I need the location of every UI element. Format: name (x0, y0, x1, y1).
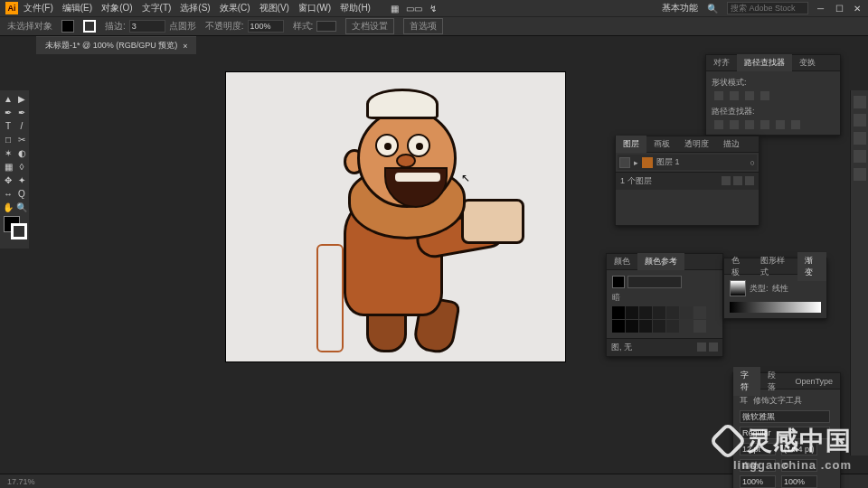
width-tool[interactable]: ▦ (2, 160, 14, 173)
tab-layers[interactable]: 图层 (616, 136, 646, 153)
minus-front-button[interactable] (730, 91, 739, 100)
rotate-tool[interactable]: ✶ (2, 146, 14, 159)
dock-icon[interactable] (854, 96, 866, 108)
menu-effect[interactable]: 效果(C) (220, 2, 250, 14)
merge-button[interactable] (745, 120, 754, 129)
fill-stroke-control[interactable] (2, 214, 28, 247)
base-color-swatch[interactable] (612, 276, 625, 288)
gradient-type-value[interactable]: 线性 (772, 283, 788, 295)
opacity-input[interactable] (248, 20, 284, 33)
visibility-toggle-icon[interactable] (619, 157, 630, 168)
symbol-sprayer-tool[interactable]: Q (15, 187, 28, 200)
pathfinder-panel[interactable]: 对齐 路径查找器 变换 形状模式: 路径查找器: (705, 54, 841, 136)
vertical-scale-input[interactable] (740, 475, 776, 488)
menu-file[interactable]: 文件(F) (24, 2, 53, 14)
preferences-button[interactable]: 首选项 (403, 18, 443, 34)
tab-color[interactable]: 颜色 (607, 253, 637, 270)
new-sublayer-icon[interactable] (733, 176, 742, 185)
menu-select[interactable]: 选择(S) (180, 2, 210, 14)
trim-button[interactable] (730, 120, 739, 129)
bridge-icon[interactable]: ▦ (391, 4, 399, 14)
sync-icon[interactable]: ↯ (429, 4, 437, 14)
tab-transparency[interactable]: 透明度 (677, 136, 716, 153)
window-minimize-button[interactable]: ─ (817, 4, 826, 13)
menu-edit[interactable]: 编辑(E) (62, 2, 92, 14)
zoom-tool[interactable]: 🔍 (15, 201, 28, 213)
dock-icon[interactable] (854, 168, 866, 181)
workspace-switcher[interactable]: 基本功能 (662, 2, 698, 14)
document-setup-button[interactable]: 文档设置 (345, 18, 394, 34)
tab-opentype[interactable]: OpenType (788, 374, 840, 389)
selection-tool[interactable]: ▲ (2, 92, 14, 105)
unite-button[interactable] (714, 91, 723, 100)
tab-character[interactable]: 字符 (733, 367, 760, 396)
stroke-swatch[interactable] (83, 20, 96, 33)
menu-window[interactable]: 窗口(W) (298, 2, 331, 14)
stroke-weight-input[interactable] (129, 20, 165, 33)
arrange-icon[interactable]: ▭▭ (406, 4, 422, 14)
exclude-button[interactable] (760, 91, 769, 100)
rectangle-tool[interactable]: □ (2, 133, 14, 145)
artboard[interactable] (226, 72, 565, 361)
tab-swatches[interactable]: 色板 (724, 252, 753, 281)
window-close-button[interactable]: ✕ (854, 4, 863, 13)
direct-selection-tool[interactable]: ▶ (15, 92, 28, 105)
tab-pathfinder[interactable]: 路径查找器 (737, 54, 792, 71)
horizontal-scale-input[interactable] (781, 475, 817, 488)
tab-paragraph[interactable]: 段落 (760, 367, 788, 396)
pen-tool[interactable]: ✒ (2, 106, 14, 118)
tab-color-guide[interactable]: 颜色参考 (637, 253, 684, 270)
font-family-input[interactable] (740, 410, 830, 423)
dock-icon[interactable] (854, 114, 866, 127)
type-tool[interactable]: T (2, 119, 14, 132)
tab-artboards[interactable]: 画板 (646, 136, 677, 153)
hand-tool[interactable]: ✋ (2, 201, 14, 213)
menu-object[interactable]: 对象(O) (101, 2, 132, 14)
expand-arrow-icon[interactable]: ▸ (634, 158, 638, 167)
divide-button[interactable] (714, 120, 723, 129)
delete-layer-icon[interactable] (745, 176, 754, 185)
scissors-tool[interactable]: ✂ (15, 133, 28, 145)
dock-icon[interactable] (854, 132, 866, 145)
new-layer-icon[interactable] (722, 176, 731, 185)
layer-name[interactable]: 图层 1 (656, 156, 680, 168)
color-panel[interactable]: 颜色 颜色参考 暗 图, 无 (606, 253, 723, 357)
tab-transform[interactable]: 变换 (792, 54, 823, 71)
gradient-slider[interactable] (730, 302, 821, 313)
gradient-panel[interactable]: 色板 图形样式 渐变 类型: 线性 (723, 258, 827, 319)
menu-type[interactable]: 文字(T) (142, 2, 172, 14)
graphic-style-dropdown[interactable] (316, 21, 336, 32)
tab-gradient[interactable]: 渐变 (797, 252, 826, 281)
stock-search-input[interactable] (727, 2, 808, 14)
document-tab[interactable]: 未标题-1* @ 100% (RGB/GPU 预览) × (36, 36, 196, 54)
zoom-level[interactable]: 17.71% (7, 477, 35, 486)
gradient-tool[interactable]: ✦ (15, 174, 28, 186)
outline-button[interactable] (776, 120, 785, 129)
close-tab-icon[interactable]: × (183, 42, 187, 51)
layer-row[interactable]: ▸ 图层 1 ○ (618, 155, 757, 170)
curvature-tool[interactable]: ✒ (15, 106, 28, 118)
touch-type-icon[interactable]: 耳 (740, 395, 748, 407)
save-group-icon[interactable] (709, 343, 718, 352)
mesh-tool[interactable]: ✥ (2, 174, 14, 186)
edit-colors-icon[interactable] (697, 343, 706, 352)
tab-align[interactable]: 对齐 (706, 54, 737, 71)
shape-builder-tool[interactable]: ◊ (15, 160, 28, 173)
window-maximize-button[interactable]: ☐ (835, 4, 844, 13)
fill-swatch[interactable] (61, 20, 74, 33)
line-tool[interactable]: / (15, 119, 28, 132)
gradient-preview[interactable] (730, 280, 746, 296)
harmony-dropdown[interactable] (627, 276, 682, 288)
menu-view[interactable]: 视图(V) (259, 2, 289, 14)
dock-icon[interactable] (854, 150, 866, 163)
tab-graphic-styles[interactable]: 图形样式 (753, 252, 797, 281)
search-icon[interactable]: 🔍 (707, 4, 718, 14)
minus-back-button[interactable] (791, 120, 800, 129)
crop-button[interactable] (760, 120, 769, 129)
layers-panel[interactable]: 图层 画板 透明度 描边 ▸ 图层 1 ○ 1 个图层 (615, 136, 760, 226)
eyedropper-tool[interactable]: ↔ (2, 187, 14, 200)
stroke-profile[interactable]: 点圆形 (169, 20, 196, 33)
tab-stroke[interactable]: 描边 (716, 136, 747, 153)
scale-tool[interactable]: ◐ (15, 146, 28, 159)
stroke-color-box[interactable] (11, 223, 27, 239)
